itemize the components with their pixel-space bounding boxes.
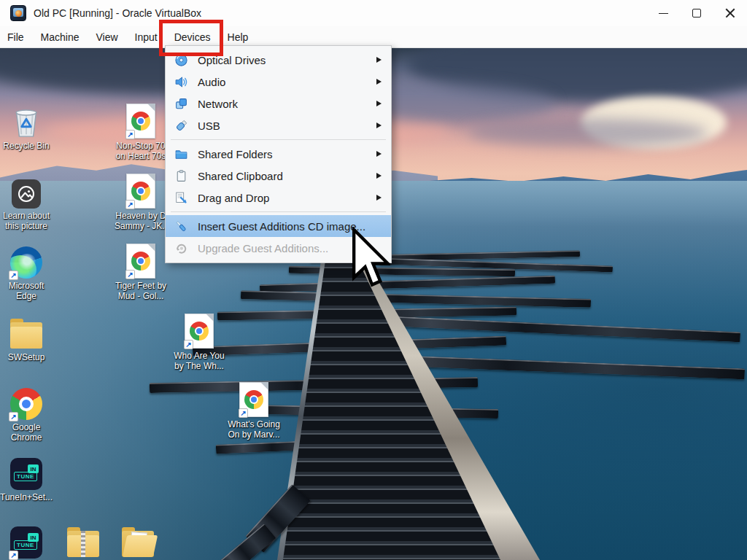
icon-label: on Heart 70s [116,151,166,161]
desktop-icon-who-are-you[interactable]: ↗ Who Are You by The Wh... [174,314,225,371]
usb-plug-icon [174,119,188,133]
chrome-html-file-icon: ↗ [126,104,155,139]
desktop-icon-non-stop-70s[interactable]: ↗ Non-Stop 70 on Heart 70s [115,104,166,161]
menu-item-label: USB [198,120,220,132]
icon-label: Recycle Bin [3,141,49,151]
virtualbox-vm-icon [10,5,26,21]
desktop-icon-disk2vhd[interactable]: Disk2vhd [112,524,163,560]
mouse-cursor [351,228,390,292]
tunein-icon: TUNEIN [10,455,42,490]
desktop-icon-google-chrome[interactable]: ↗ Google Chrome [3,385,50,443]
minimize-icon [659,13,668,14]
menu-item-label: Insert Guest Additions CD image... [198,220,365,233]
shared-folder-icon [174,147,188,161]
close-icon [725,8,735,18]
pier-beam [217,524,276,560]
window-title: Old PC [Running] - Oracle VirtualBox [34,7,201,19]
menu-devices[interactable]: Devices [173,28,212,46]
recycle-bin-icon [9,104,43,139]
desktop-icon-swsetup[interactable]: SWSetup [3,315,50,362]
menu-help[interactable]: Help [226,28,250,46]
shortcut-arrow-icon: ↗ [184,340,193,349]
menu-view[interactable]: View [94,28,119,46]
icon-label: Chrome [11,432,42,443]
menu-item-network[interactable]: Network [166,93,391,114]
menu-separator [171,139,386,140]
submenu-arrow-icon [376,151,382,157]
menu-file[interactable]: File [6,28,26,46]
icon-label: TuneIn+Set... [0,492,53,502]
menu-item-shared-clipboard[interactable]: Shared Clipboard [166,165,391,187]
zip-folder-icon [67,524,99,559]
icon-label: Heaven by D [115,211,166,221]
submenu-arrow-icon [376,57,382,63]
desktop-icon-tunein[interactable]: TUNEIN ↗ TuneIn [3,524,50,560]
tunein-icon: TUNEIN ↗ [10,524,42,559]
desktop-icon-tiger-feet[interactable]: ↗ Tiger Feet by Mud - Gol... [115,244,166,301]
icon-label: Who Are You [174,351,224,361]
menu-item-optical-drives[interactable]: Optical Drives [166,49,391,71]
desktop-icon-heaven[interactable]: ↗ Heaven by D Sammy - JK.. [115,174,166,231]
shortcut-arrow-icon: ↗ [239,408,248,418]
icon-label: Edge [16,291,36,301]
audio-speaker-icon [174,75,188,89]
desktop-icon-recycle-bin[interactable]: Recycle Bin [3,104,50,151]
icon-label: Tiger Feet by [115,281,166,291]
submenu-arrow-icon [376,122,382,128]
menu-separator [171,211,386,212]
menu-item-drag-and-drop[interactable]: Drag and Drop [166,187,391,209]
menu-item-shared-folders[interactable]: Shared Folders [166,143,391,165]
edge-icon: ↗ [10,244,42,279]
menu-item-audio[interactable]: Audio [166,71,391,93]
icon-label: What's Going [228,419,280,429]
upgrade-icon [174,241,188,255]
shortcut-arrow-icon: ↗ [9,412,18,421]
virtualbox-window: Old PC [Running] - Oracle VirtualBox Fil… [0,0,747,560]
shortcut-arrow-icon: ↗ [9,551,18,560]
menu-item-label: Optical Drives [198,54,266,66]
network-adapters-icon [174,97,188,111]
icon-label: Google [12,422,41,432]
submenu-arrow-icon [376,195,382,201]
maximize-icon [692,9,701,18]
title-bar: Old PC [Running] - Oracle VirtualBox [0,0,747,26]
chrome-html-file-icon: ↗ [126,174,155,209]
shortcut-arrow-icon: ↗ [9,271,18,280]
submenu-arrow-icon [376,101,382,106]
menu-item-label: Shared Folders [198,148,273,160]
drag-and-drop-icon [174,191,188,205]
maximize-button[interactable] [680,0,713,26]
learn-about-picture-icon [12,174,41,209]
desktop-icon-disk2vhd-zip[interactable]: Disk2vhd.zip [57,524,109,560]
minimize-button[interactable] [646,0,680,26]
menu-item-usb[interactable]: USB [166,114,391,136]
submenu-arrow-icon [376,173,382,179]
window-controls [646,0,747,26]
menu-item-label: Network [198,98,238,110]
optical-disc-icon [174,53,188,67]
icon-label: Sammy - JK.. [115,221,167,231]
screwdriver-icon [174,219,188,233]
menu-input[interactable]: Input [133,28,159,46]
folder-icon [10,315,42,350]
icon-label: SWSetup [8,352,45,362]
desktop-icon-tunein-setup[interactable]: TUNEIN TuneIn+Set... [3,455,50,502]
desktop-icon-learn-about-this-picture[interactable]: Learn about this picture [3,174,50,231]
desktop-icon-microsoft-edge[interactable]: ↗ Microsoft Edge [3,244,50,301]
shortcut-arrow-icon: ↗ [125,200,135,209]
chrome-html-file-icon: ↗ [185,314,214,349]
close-button[interactable] [713,0,747,26]
shortcut-arrow-icon: ↗ [125,270,135,279]
menu-machine[interactable]: Machine [39,28,81,46]
icon-label: this picture [5,221,47,231]
icon-label: Mud - Gol... [118,291,164,301]
icon-label: Microsoft [9,281,44,291]
menu-item-label: Upgrade Guest Additions... [198,242,328,254]
shortcut-arrow-icon: ↗ [125,130,135,139]
open-folder-icon [122,524,154,559]
submenu-arrow-icon [376,79,382,85]
desktop-icon-whats-going-on[interactable]: ↗ What's Going On by Marv... [228,382,279,440]
menu-item-label: Drag and Drop [198,192,269,204]
menu-item-label: Shared Clipboard [198,170,283,182]
icon-label: Non-Stop 70 [116,141,165,151]
